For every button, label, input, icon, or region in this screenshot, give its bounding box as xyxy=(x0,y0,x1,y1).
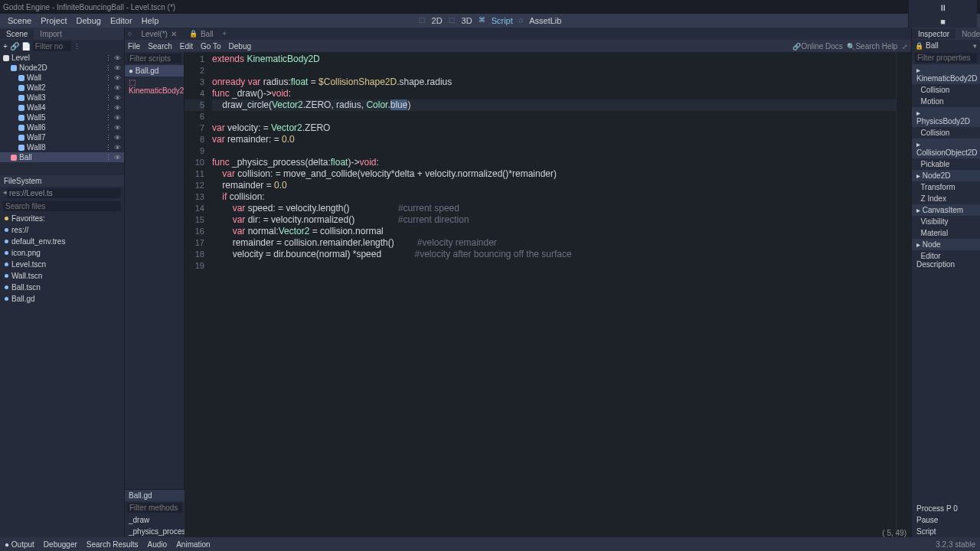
tab-script[interactable]: Script xyxy=(492,16,513,25)
inspector-item[interactable]: Collision xyxy=(912,127,980,139)
inspector-item[interactable]: Collision xyxy=(912,84,980,96)
scene-icon: ○ xyxy=(125,30,135,37)
cursor-pos: ( 5, 49) xyxy=(882,529,906,537)
inspector-item[interactable]: Pickable xyxy=(912,158,980,170)
filter-methods-input[interactable] xyxy=(127,503,182,513)
tree-node[interactable]: Wall⋮ 👁 xyxy=(0,73,124,83)
menu-bar: Scene Project Debug Editor Help ⬚2D ⬚3D … xyxy=(0,14,980,28)
tree-node[interactable]: Ball⋮ 👁 xyxy=(0,152,124,162)
menu-scene[interactable]: Scene xyxy=(3,16,36,25)
tree-node[interactable]: Wall2⋮ 👁 xyxy=(0,83,124,93)
fs-item[interactable]: res:// xyxy=(0,224,124,236)
inspector-item[interactable]: ▸ Node xyxy=(912,239,980,250)
script-item-ball[interactable]: ● Ball.gd xyxy=(125,65,184,77)
tab-node[interactable]: Node xyxy=(956,29,980,39)
version-label: 3.2.3 stable xyxy=(936,540,975,549)
bottom-search[interactable]: Search Results xyxy=(87,540,139,549)
menu-debug[interactable]: Debug xyxy=(71,16,105,25)
inspector-item[interactable]: Script xyxy=(912,526,980,537)
app-title: Godot Engine - InfiniteBouncingBall - Le… xyxy=(3,3,175,11)
tab-scene[interactable]: Scene xyxy=(0,29,34,39)
inspector-item[interactable]: ▸ CollisionObject2D xyxy=(912,139,980,158)
fs-item[interactable]: icon.png xyxy=(0,247,124,259)
inspector-item[interactable]: Pause xyxy=(912,514,980,526)
tree-node[interactable]: Wall5⋮ 👁 xyxy=(0,112,124,122)
online-docs[interactable]: Online Docs xyxy=(801,42,842,51)
filesystem-list: Favorites:res://default_env.tresicon.png… xyxy=(0,213,124,537)
inspector-item[interactable]: Process P 0 xyxy=(912,503,980,514)
collapse-icon[interactable]: ⋮ xyxy=(74,43,80,51)
filter-nodes-input[interactable] xyxy=(33,41,71,51)
tree-node[interactable]: Wall8⋮ 👁 xyxy=(0,142,124,152)
filter-properties-input[interactable] xyxy=(915,53,977,63)
inspector-item[interactable]: ▸ KinematicBody2D xyxy=(912,64,980,84)
bottom-output[interactable]: ● Output xyxy=(5,540,34,549)
tab-inspector[interactable]: Inspector xyxy=(912,29,956,39)
inspector-item[interactable]: ▸ CanvasItem xyxy=(912,204,980,216)
search-help[interactable]: Search Help xyxy=(855,42,897,51)
inspector-item[interactable]: Motion xyxy=(912,96,980,107)
menu-help[interactable]: Help xyxy=(137,16,164,25)
inspector-item[interactable]: Editor Description xyxy=(912,250,980,270)
tab-2d[interactable]: 2D xyxy=(432,16,443,25)
inspector-list: ▸ KinematicBody2D Collision Motion▸ Phys… xyxy=(912,64,980,270)
fs-item[interactable]: Ball.tscn xyxy=(0,282,124,293)
stop-icon[interactable]: ■ xyxy=(940,17,946,26)
tree-node[interactable]: Wall7⋮ 👁 xyxy=(0,132,124,142)
script-menu-edit[interactable]: Edit xyxy=(180,42,193,51)
minimap[interactable] xyxy=(896,52,911,537)
bottom-bar: ● Output Debugger Search Results Audio A… xyxy=(0,537,980,551)
fs-item[interactable]: Level.tscn xyxy=(0,259,124,270)
method-draw[interactable]: _draw xyxy=(125,514,185,526)
fs-search-input[interactable] xyxy=(3,201,121,211)
tree-node[interactable]: Wall6⋮ 👁 xyxy=(0,122,124,132)
pause-icon[interactable]: ⏸ xyxy=(939,3,947,12)
tab-import[interactable]: Import xyxy=(34,29,67,39)
tree-node[interactable]: Wall4⋮ 👁 xyxy=(0,103,124,112)
tree-node[interactable]: Level⋮ 👁 xyxy=(0,53,124,63)
script-menu-search[interactable]: Search xyxy=(148,42,172,51)
bottom-animation[interactable]: Animation xyxy=(176,540,210,549)
tree-node[interactable]: Wall3⋮ 👁 xyxy=(0,93,124,103)
fs-item[interactable]: Favorites: xyxy=(0,213,124,224)
fs-path-input[interactable] xyxy=(7,188,121,198)
script-menu-goto[interactable]: Go To xyxy=(201,42,221,51)
tab-assetlib[interactable]: AssetLib xyxy=(529,16,561,25)
scene-tab-ball[interactable]: 🔒Ball xyxy=(183,29,220,39)
inspector-item[interactable]: ▸ PhysicsBody2D xyxy=(912,107,980,127)
bottom-debugger[interactable]: Debugger xyxy=(44,540,77,549)
menu-project[interactable]: Project xyxy=(36,16,71,25)
filter-scripts-input[interactable] xyxy=(127,54,181,64)
scene-tree: Level⋮ 👁Node2D⋮ 👁Wall⋮ 👁Wall2⋮ 👁Wall3⋮ 👁… xyxy=(0,53,124,175)
methods-title: Ball.gd xyxy=(125,490,185,501)
fs-item[interactable]: default_env.tres xyxy=(0,236,124,247)
link-icon[interactable]: 🔗 xyxy=(10,42,19,51)
close-tab-icon[interactable]: ✕ xyxy=(171,30,177,38)
add-tab-icon[interactable]: + xyxy=(220,30,230,37)
script-menu-file[interactable]: File xyxy=(128,42,140,51)
inspector-item[interactable]: Visibility xyxy=(912,216,980,227)
tree-node[interactable]: Node2D⋮ 👁 xyxy=(0,63,124,73)
add-node-icon[interactable]: + xyxy=(3,42,8,51)
inspector-object[interactable]: Ball xyxy=(926,41,971,50)
inspector-item[interactable]: Z Index xyxy=(912,193,980,204)
script-menu-debug[interactable]: Debug xyxy=(229,42,251,51)
code-editor[interactable]: 12345678910111213141516171819 extends Ki… xyxy=(185,52,911,537)
inspector-item[interactable]: Material xyxy=(912,227,980,239)
attach-script-icon[interactable]: 📄 xyxy=(21,42,31,51)
fs-item[interactable]: Ball.gd xyxy=(0,293,124,305)
filesystem-header: FileSystem xyxy=(0,175,124,187)
tab-3d[interactable]: 3D xyxy=(462,16,472,25)
title-bar: Godot Engine - InfiniteBouncingBall - Le… xyxy=(0,0,980,14)
fs-item[interactable]: Wall.tscn xyxy=(0,270,124,282)
expand-icon[interactable]: ⤢ xyxy=(902,43,908,51)
bottom-audio[interactable]: Audio xyxy=(148,540,168,549)
menu-editor[interactable]: Editor xyxy=(106,16,137,25)
inspector-item[interactable]: Transform xyxy=(912,181,980,193)
script-item-kb2d[interactable]: ⬚ KinematicBody2D xyxy=(125,77,184,96)
inspector-item[interactable]: ▸ Node2D xyxy=(912,170,980,181)
scene-tab-level[interactable]: Level(*)✕ xyxy=(135,29,182,39)
method-physics[interactable]: _physics_process xyxy=(125,526,185,537)
